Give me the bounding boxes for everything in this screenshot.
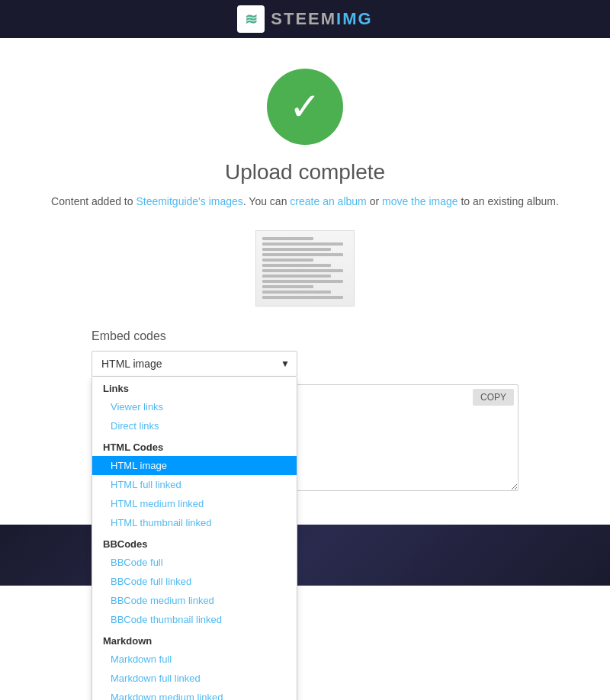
main-content: ✓ Upload complete Content added to Steem… (0, 38, 610, 509)
group-label-bbcodes: BBCodes (92, 532, 297, 553)
dropdown-menu: Links Viewer links Direct links HTML Cod… (92, 377, 297, 700)
preview-inner (256, 231, 354, 306)
embed-dropdown-container: HTML image ▼ Links Viewer links Direct l… (92, 351, 297, 377)
dropdown-value: HTML image (101, 358, 162, 370)
doc-line-11 (262, 291, 331, 294)
desc-suffix: to an existing album. (458, 195, 559, 207)
waves-icon: ≋ (245, 10, 258, 28)
desc-mid: . You can (243, 195, 291, 207)
menu-item-bbcode-medium-linked[interactable]: BBCode medium linked (92, 591, 297, 610)
doc-line-2 (262, 242, 343, 246)
menu-item-html-medium-linked[interactable]: HTML medium linked (92, 494, 297, 513)
menu-item-bbcode-full[interactable]: BBCode full (92, 553, 297, 572)
upload-title: Upload complete (225, 160, 385, 185)
desc-or: or (367, 195, 382, 207)
menu-item-markdown-medium-linked[interactable]: Markdown medium linked (92, 688, 297, 700)
chevron-down-icon: ▼ (281, 358, 290, 369)
success-circle: ✓ (267, 69, 343, 145)
doc-line-9 (262, 280, 343, 283)
logo-text: STEEMIMG (271, 9, 372, 29)
move-image-link[interactable]: move the image (382, 195, 458, 207)
site-header: ≋ STEEMIMG (0, 0, 610, 38)
site-logo: ≋ STEEMIMG (237, 5, 372, 33)
upload-description: Content added to Steemitguide's images. … (51, 195, 559, 207)
doc-line-4 (262, 253, 343, 256)
user-images-link[interactable]: Steemitguide's images (136, 195, 242, 207)
doc-line-5 (262, 258, 313, 262)
menu-item-html-thumbnail-linked[interactable]: HTML thumbnail linked (92, 513, 297, 532)
doc-line-3 (262, 248, 331, 251)
embed-section: Embed codes HTML image ▼ Links Viewer li… (15, 329, 595, 494)
checkmark-icon: ✓ (289, 88, 321, 126)
menu-item-html-image[interactable]: HTML image (92, 456, 297, 475)
group-label-links: Links (92, 377, 297, 397)
doc-line-10 (262, 285, 313, 288)
embed-label: Embed codes (92, 329, 595, 343)
doc-line-7 (262, 269, 343, 272)
doc-line-6 (262, 264, 331, 267)
doc-line-8 (262, 275, 331, 278)
copy-button[interactable]: COPY (473, 389, 514, 406)
menu-item-html-full-linked[interactable]: HTML full linked (92, 475, 297, 494)
doc-line-1 (262, 237, 313, 240)
menu-item-markdown-full-linked[interactable]: Markdown full linked (92, 669, 297, 688)
menu-item-markdown-full[interactable]: Markdown full (92, 650, 297, 669)
desc-prefix: Content added to (51, 195, 136, 207)
embed-dropdown[interactable]: HTML image ▼ (92, 351, 297, 377)
logo-steem: STEEM (271, 9, 336, 28)
menu-item-bbcode-full-linked[interactable]: BBCode full linked (92, 572, 297, 591)
menu-item-viewer-links[interactable]: Viewer links (92, 397, 297, 416)
menu-item-direct-links[interactable]: Direct links (92, 416, 297, 435)
menu-item-bbcode-thumbnail-linked[interactable]: BBCode thumbnail linked (92, 610, 297, 629)
create-album-link[interactable]: create an album (290, 195, 366, 207)
image-preview (255, 230, 355, 307)
doc-lines (256, 231, 354, 305)
group-label-markdown: Markdown (92, 629, 297, 650)
logo-icon-box: ≋ (237, 5, 265, 33)
group-label-html: HTML Codes (92, 435, 297, 456)
doc-line-12 (262, 296, 343, 299)
logo-img: IMG (336, 9, 373, 28)
